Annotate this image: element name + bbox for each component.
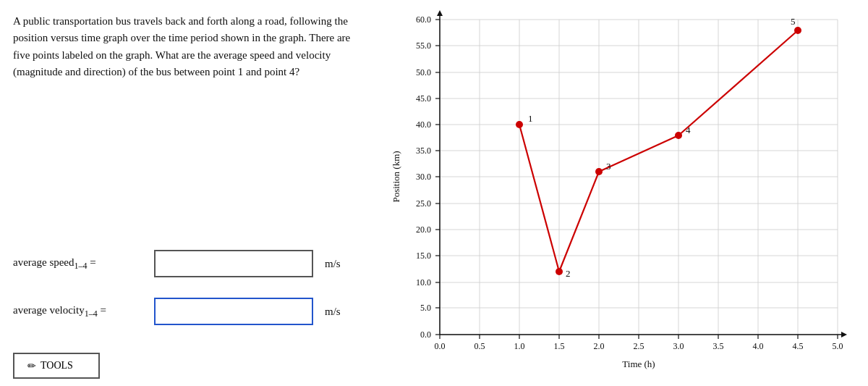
pencil-icon: ✏ xyxy=(27,360,36,372)
svg-text:35.0: 35.0 xyxy=(416,146,431,156)
svg-text:4.5: 4.5 xyxy=(792,341,803,351)
svg-text:15.0: 15.0 xyxy=(416,251,431,261)
svg-text:5.0: 5.0 xyxy=(832,341,843,351)
average-speed-subscript: 1–4 xyxy=(75,261,88,271)
svg-text:1.0: 1.0 xyxy=(514,341,524,351)
average-speed-label: average speed1–4 = xyxy=(13,256,147,272)
point-5-label: 5 xyxy=(791,16,796,27)
svg-text:55.0: 55.0 xyxy=(416,41,431,51)
point-1 xyxy=(516,121,523,128)
average-speed-unit: m/s xyxy=(325,258,341,270)
average-velocity-subscript: 1–4 xyxy=(85,309,98,319)
svg-text:3.0: 3.0 xyxy=(673,341,684,351)
svg-text:20.0: 20.0 xyxy=(416,225,431,235)
average-speed-row: average speed1–4 = m/s xyxy=(13,250,369,277)
svg-text:10.0: 10.0 xyxy=(416,277,431,288)
tools-button[interactable]: ✏ TOOLS xyxy=(13,353,100,379)
inputs-section: average speed1–4 = m/s average velocity1… xyxy=(13,250,369,379)
point-4-label: 4 xyxy=(686,125,691,135)
tools-label: TOOLS xyxy=(41,360,73,372)
svg-marker-25 xyxy=(841,332,847,337)
position-time-chart: 0.0 0.5 1.0 1.5 2.0 2.5 3.0 3.5 4.0 4. xyxy=(389,9,852,378)
svg-text:5.0: 5.0 xyxy=(420,303,431,313)
average-velocity-input[interactable] xyxy=(154,298,313,325)
y-axis-ticks: 0.0 5.0 10.0 15.0 20.0 25.0 30.0 35.0 40… xyxy=(416,14,440,340)
svg-text:2.0: 2.0 xyxy=(593,341,604,351)
svg-text:45.0: 45.0 xyxy=(416,93,431,104)
y-axis-label: Position (km) xyxy=(391,151,401,202)
svg-text:40.0: 40.0 xyxy=(416,119,431,130)
point-3 xyxy=(595,168,603,175)
average-velocity-row: average velocity1–4 = m/s xyxy=(13,298,369,325)
chart-container: 0.0 0.5 1.0 1.5 2.0 2.5 3.0 3.5 4.0 4. xyxy=(389,9,852,378)
svg-text:0.0: 0.0 xyxy=(420,330,431,340)
average-speed-input[interactable] xyxy=(154,250,313,277)
svg-text:0.0: 0.0 xyxy=(434,341,445,351)
tools-row: ✏ TOOLS xyxy=(13,353,369,379)
svg-text:25.0: 25.0 xyxy=(416,198,431,209)
svg-text:3.5: 3.5 xyxy=(712,341,723,351)
svg-text:2.5: 2.5 xyxy=(633,341,644,351)
svg-text:30.0: 30.0 xyxy=(416,172,431,182)
svg-text:1.5: 1.5 xyxy=(553,341,564,351)
svg-marker-27 xyxy=(437,10,443,16)
point-4 xyxy=(675,132,682,139)
average-velocity-unit: m/s xyxy=(325,306,341,318)
x-axis-label: Time (h) xyxy=(622,358,655,369)
point-2-label: 2 xyxy=(566,268,571,279)
svg-text:50.0: 50.0 xyxy=(416,67,431,77)
right-panel: 0.0 0.5 1.0 1.5 2.0 2.5 3.0 3.5 4.0 4. xyxy=(383,0,868,386)
axes xyxy=(437,10,847,337)
point-1-label: 1 xyxy=(528,113,533,124)
svg-text:4.0: 4.0 xyxy=(752,341,763,351)
x-axis-ticks: 0.0 0.5 1.0 1.5 2.0 2.5 3.0 3.5 4.0 4. xyxy=(434,335,843,351)
problem-text: A public transportation bus travels back… xyxy=(13,13,369,80)
data-points: 1 2 3 4 5 xyxy=(516,16,801,279)
svg-text:0.5: 0.5 xyxy=(474,341,485,351)
point-3-label: 3 xyxy=(606,161,611,172)
grid-lines xyxy=(440,20,838,335)
point-2 xyxy=(556,268,563,275)
left-panel: A public transportation bus travels back… xyxy=(0,0,383,386)
average-velocity-label: average velocity1–4 = xyxy=(13,304,147,319)
data-line xyxy=(519,30,798,272)
point-5 xyxy=(794,27,801,34)
svg-text:60.0: 60.0 xyxy=(416,14,431,25)
